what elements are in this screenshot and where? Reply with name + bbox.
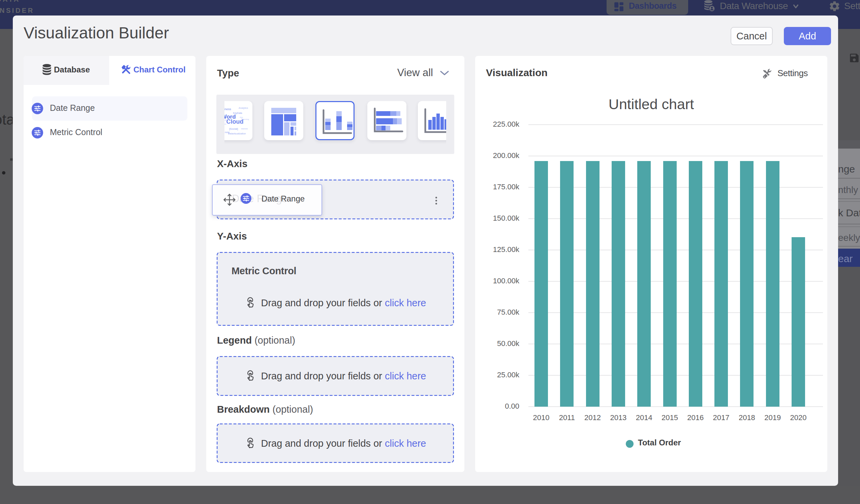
svg-text:interest: interest	[241, 128, 248, 130]
svg-text:Datavisualization: Datavisualization	[228, 132, 246, 135]
svg-text:[Social]: [Social]	[229, 127, 238, 130]
svg-text:KeyData: KeyData	[233, 112, 242, 115]
svg-text:on: on	[225, 123, 226, 125]
svg-text:Planning: Planning	[241, 118, 249, 120]
svg-text:data: data	[240, 116, 243, 118]
svg-text:Analytics: Analytics	[239, 107, 248, 110]
svg-text:of: of	[225, 119, 226, 121]
svg-text:siness: siness	[225, 107, 231, 111]
